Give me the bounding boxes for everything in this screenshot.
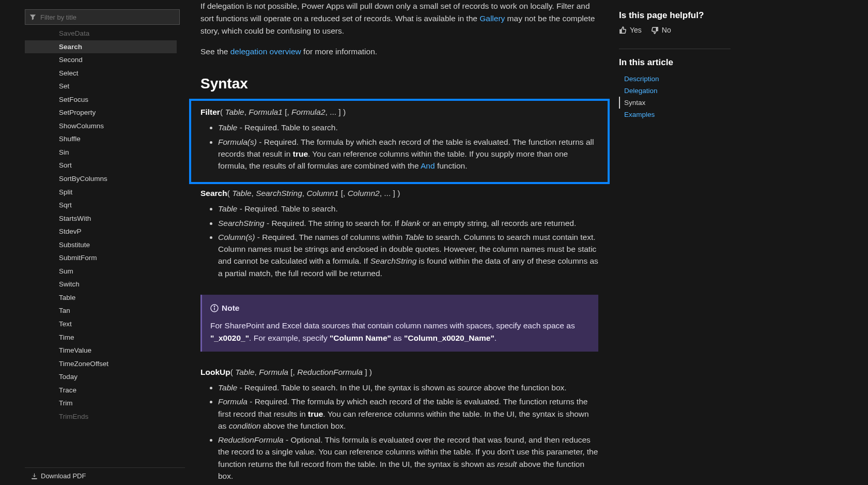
filter-signature: Filter( Table, Formula1 [, Formula2, ...… xyxy=(200,106,598,118)
lookup-arg-reduction: ReductionFormula - Optional. This formul… xyxy=(218,434,598,482)
sidebar-item-switch[interactable]: Switch xyxy=(25,278,177,291)
filter-args-list: Table - Required. Table to search. Formu… xyxy=(200,122,598,172)
sidebar-item-timevalue[interactable]: TimeValue xyxy=(25,344,177,357)
sidebar-item-split[interactable]: Split xyxy=(25,186,177,199)
sidebar-item-trim[interactable]: Trim xyxy=(25,397,177,410)
filter-syntax-block: Filter( Table, Formula1 [, Formula2, ...… xyxy=(191,101,608,182)
sidebar-item-shuffle[interactable]: Shuffle xyxy=(25,132,177,146)
in-article-toc: DescriptionDelegationSyntaxExamples xyxy=(619,73,731,120)
sidebar-item-trace[interactable]: Trace xyxy=(25,384,177,397)
sidebar-item-submitform[interactable]: SubmitForm xyxy=(25,251,177,265)
lookup-signature: LookUp( Table, Formula [, ReductionFormu… xyxy=(200,366,598,378)
sidebar-item-sum[interactable]: Sum xyxy=(25,265,177,278)
sidebar-item-table[interactable]: Table xyxy=(25,291,177,305)
syntax-heading: Syntax xyxy=(200,72,598,95)
sidebar-item-select[interactable]: Select xyxy=(25,67,177,80)
and-link[interactable]: And xyxy=(421,161,435,170)
right-rail: Is this page helpful? Yes No In this art… xyxy=(614,0,743,485)
sidebar-item-set[interactable]: Set xyxy=(25,80,177,93)
sidebar-item-timezoneoffset[interactable]: TimeZoneOffset xyxy=(25,357,177,371)
rail-link-description[interactable]: Description xyxy=(619,73,731,85)
sidebar-item-substitute[interactable]: Substitute xyxy=(25,238,177,252)
download-pdf-button[interactable]: Download PDF xyxy=(25,467,185,485)
sidebar-item-showcolumns[interactable]: ShowColumns xyxy=(25,119,177,133)
sidebar-item-setproperty[interactable]: SetProperty xyxy=(25,106,177,119)
thumbs-up-icon xyxy=(619,26,627,34)
download-pdf-label: Download PDF xyxy=(41,472,86,480)
sidebar-item-sin[interactable]: Sin xyxy=(25,146,177,159)
lookup-arg-formula: Formula - Required. The formula by which… xyxy=(218,396,598,432)
filter-input[interactable] xyxy=(40,13,175,21)
search-arg-table: Table - Required. Table to search. xyxy=(218,203,598,215)
feedback-buttons: Yes No xyxy=(619,26,731,41)
sidebar-item-time[interactable]: Time xyxy=(25,331,177,344)
sidebar-item-startswith[interactable]: StartsWith xyxy=(25,212,177,225)
sidebar-item-sqrt[interactable]: Sqrt xyxy=(25,199,177,212)
lookup-syntax-block: LookUp( Table, Formula [, ReductionFormu… xyxy=(200,361,598,485)
lookup-args-list: Table - Required. Table to search. In th… xyxy=(200,382,598,482)
sidebar-item-second[interactable]: Second xyxy=(25,53,177,67)
sidebar-item-sort[interactable]: Sort xyxy=(25,159,177,172)
rail-link-examples[interactable]: Examples xyxy=(619,109,731,120)
in-article-heading: In this article xyxy=(619,57,731,68)
search-syntax-block: Search( Table, SearchString, Column1 [, … xyxy=(200,182,598,290)
rail-link-syntax[interactable]: Syntax xyxy=(619,97,731,109)
search-args-list: Table - Required. Table to search. Searc… xyxy=(200,203,598,279)
sidebar-item-sortbycolumns[interactable]: SortByColumns xyxy=(25,172,177,186)
search-arg-searchstring: SearchString - Required. The string to s… xyxy=(218,217,598,229)
gallery-link[interactable]: Gallery xyxy=(479,14,505,23)
rail-divider xyxy=(619,49,731,49)
note-body: For SharePoint and Excel data sources th… xyxy=(210,320,590,344)
filter-arg-table: Table - Required. Table to search. xyxy=(218,122,598,133)
filter-box[interactable] xyxy=(25,9,180,25)
note-title: Note xyxy=(210,302,590,314)
feedback-yes-button[interactable]: Yes xyxy=(619,26,642,34)
note-box: Note For SharePoint and Excel data sourc… xyxy=(200,295,598,352)
delegation-overview-link[interactable]: delegation overview xyxy=(230,47,301,56)
sidebar-item-search[interactable]: Search xyxy=(25,40,177,54)
left-sidebar: SaveDataSearchSecondSelectSetSetFocusSet… xyxy=(0,0,185,485)
sidebar-item-tan[interactable]: Tan xyxy=(25,304,177,317)
sidebar-item-savedata[interactable]: SaveData xyxy=(25,27,177,40)
search-arg-columns: Column(s) - Required. The names of colum… xyxy=(218,231,598,279)
rail-link-delegation[interactable]: Delegation xyxy=(619,85,731,97)
sidebar-item-today[interactable]: Today xyxy=(25,370,177,384)
sidebar-item-stdevp[interactable]: StdevP xyxy=(25,225,177,238)
filter-icon xyxy=(29,13,36,21)
delegation-paragraph-2: See the delegation overview for more inf… xyxy=(200,46,598,58)
info-icon xyxy=(210,304,219,312)
main-content: If delegation is not possible, Power App… xyxy=(185,0,614,485)
download-icon xyxy=(31,473,38,479)
feedback-no-button[interactable]: No xyxy=(651,26,671,34)
helpful-heading: Is this page helpful? xyxy=(619,10,731,21)
svg-point-2 xyxy=(214,306,215,307)
sidebar-item-trimends[interactable]: TrimEnds xyxy=(25,410,177,423)
sidebar-item-setfocus[interactable]: SetFocus xyxy=(25,93,177,107)
lookup-arg-table: Table - Required. Table to search. In th… xyxy=(218,382,598,393)
toc-scroll[interactable]: SaveDataSearchSecondSelectSetSetFocusSet… xyxy=(25,27,185,467)
search-signature: Search( Table, SearchString, Column1 [, … xyxy=(200,187,598,200)
delegation-paragraph-1: If delegation is not possible, Power App… xyxy=(200,0,598,37)
thumbs-down-icon xyxy=(651,26,659,34)
filter-arg-formulas: Formula(s) - Required. The formula by wh… xyxy=(218,136,598,172)
sidebar-item-text[interactable]: Text xyxy=(25,317,177,331)
